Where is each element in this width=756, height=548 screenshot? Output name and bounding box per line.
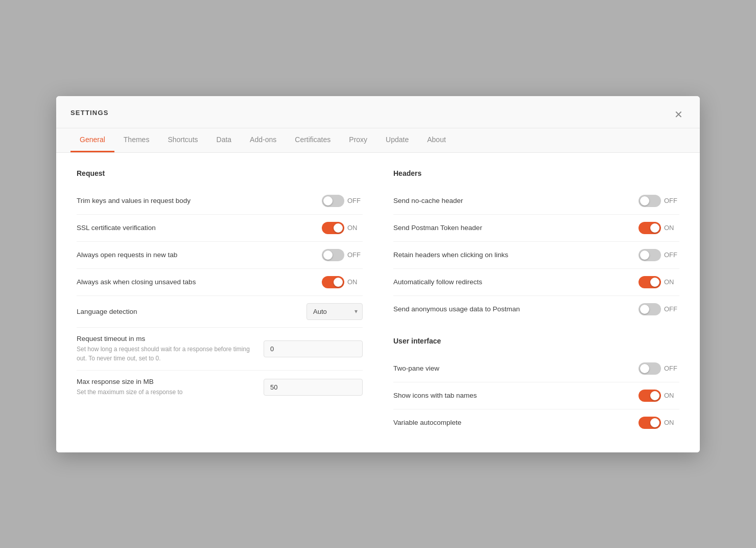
headers-toggle-2[interactable] xyxy=(639,249,661,261)
request-settings-list: Trim keys and values in request body OFF… xyxy=(77,188,363,404)
settings-grid: Request Trim keys and values in request … xyxy=(77,169,679,436)
headers-label-1: Send Postman Token header xyxy=(393,224,630,232)
ui-settings-list: Two-pane view OFF Show icons with tab na… xyxy=(393,355,679,436)
request-label-0: Trim keys and values in request body xyxy=(77,197,314,204)
request-input-6[interactable] xyxy=(264,379,363,396)
request-section-title: Request xyxy=(77,169,363,177)
ui-toggle-label-0: OFF xyxy=(664,364,679,372)
tab-about[interactable]: About xyxy=(418,128,455,152)
ui-toggle-0[interactable] xyxy=(639,362,661,375)
headers-section-title: Headers xyxy=(393,169,679,177)
request-sublabel-5: Set how long a request should wait for a… xyxy=(77,345,255,363)
headers-toggle-label-2: OFF xyxy=(664,251,679,259)
headers-settings-list: Send no-cache header OFF Send Postman To… xyxy=(393,188,679,323)
tabs-nav: GeneralThemesShortcutsDataAdd-onsCertifi… xyxy=(56,128,700,153)
request-toggle-label-1: ON xyxy=(347,224,363,232)
request-label-1: SSL certificate verification xyxy=(77,224,314,232)
close-icon: ✕ xyxy=(674,108,683,121)
headers-toggle-label-1: ON xyxy=(664,224,679,232)
request-row-1: SSL certificate verification ON xyxy=(77,215,363,242)
request-toggle-2[interactable] xyxy=(322,249,344,261)
tab-certificates[interactable]: Certificates xyxy=(286,128,340,152)
request-sublabel-6: Set the maximum size of a response to xyxy=(77,387,255,397)
headers-row-2: Retain headers when clicking on links OF… xyxy=(393,242,679,269)
tab-shortcuts[interactable]: Shortcuts xyxy=(158,128,207,152)
modal-title: SETTINGS xyxy=(70,109,109,126)
right-column: Headers Send no-cache header OFF Send Po… xyxy=(393,169,679,436)
request-toggle-label-2: OFF xyxy=(347,251,363,259)
headers-toggle-label-4: OFF xyxy=(664,305,679,313)
headers-label-4: Send anonymous usage data to Postman xyxy=(393,305,630,313)
request-row-2: Always open requests in new tab OFF xyxy=(77,242,363,269)
headers-toggle-1[interactable] xyxy=(639,222,661,234)
headers-toggle-3[interactable] xyxy=(639,276,661,288)
ui-toggle-1[interactable] xyxy=(639,390,661,402)
tab-update[interactable]: Update xyxy=(376,128,418,152)
request-column: Request Trim keys and values in request … xyxy=(77,169,363,436)
request-select-wrapper-4: AutoEnglishFrenchGerman ▾ xyxy=(306,303,363,320)
request-toggle-3[interactable] xyxy=(322,276,344,288)
request-row-5: Request timeout in ms Set how long a req… xyxy=(77,328,363,371)
request-label-3: Always ask when closing unsaved tabs xyxy=(77,278,314,286)
headers-row-0: Send no-cache header OFF xyxy=(393,188,679,215)
request-label-2: Always open requests in new tab xyxy=(77,251,314,259)
ui-label-2: Variable autocomplete xyxy=(393,419,630,426)
ui-label-1: Show icons with tab names xyxy=(393,392,630,399)
headers-row-1: Send Postman Token header ON xyxy=(393,215,679,242)
ui-row-0: Two-pane view OFF xyxy=(393,355,679,382)
tab-data[interactable]: Data xyxy=(207,128,241,152)
ui-toggle-2[interactable] xyxy=(639,417,661,429)
modal-body: Request Trim keys and values in request … xyxy=(56,153,700,452)
request-toggle-label-3: ON xyxy=(347,278,363,286)
headers-row-4: Send anonymous usage data to Postman OFF xyxy=(393,296,679,323)
request-input-5[interactable] xyxy=(264,340,363,357)
ui-toggle-label-2: ON xyxy=(664,419,679,426)
request-row-6: Max response size in MB Set the maximum … xyxy=(77,371,363,404)
headers-toggle-label-3: ON xyxy=(664,278,679,286)
headers-row-3: Automatically follow redirects ON xyxy=(393,269,679,296)
ui-label-0: Two-pane view xyxy=(393,364,630,372)
request-row-3: Always ask when closing unsaved tabs ON xyxy=(77,269,363,296)
request-label-4: Language detection xyxy=(77,308,298,315)
request-toggle-1[interactable] xyxy=(322,222,344,234)
tab-general[interactable]: General xyxy=(70,128,114,152)
request-row-0: Trim keys and values in request body OFF xyxy=(77,188,363,215)
tab-themes[interactable]: Themes xyxy=(114,128,159,152)
tab-proxy[interactable]: Proxy xyxy=(340,128,376,152)
request-label-6: Max response size in MB Set the maximum … xyxy=(77,378,255,397)
request-toggle-0[interactable] xyxy=(322,195,344,207)
headers-toggle-4[interactable] xyxy=(639,303,661,315)
request-row-4: Language detection AutoEnglishFrenchGerm… xyxy=(77,296,363,328)
headers-toggle-label-0: OFF xyxy=(664,197,679,204)
tab-addons[interactable]: Add-ons xyxy=(241,128,286,152)
headers-label-2: Retain headers when clicking on links xyxy=(393,251,630,259)
ui-row-1: Show icons with tab names ON xyxy=(393,382,679,409)
close-button[interactable]: ✕ xyxy=(671,107,686,122)
ui-toggle-label-1: ON xyxy=(664,392,679,399)
request-label-5: Request timeout in ms Set how long a req… xyxy=(77,335,255,363)
request-select-4[interactable]: AutoEnglishFrenchGerman xyxy=(306,303,363,320)
headers-label-0: Send no-cache header xyxy=(393,197,630,204)
request-toggle-label-0: OFF xyxy=(347,197,363,204)
settings-modal: SETTINGS ✕ GeneralThemesShortcutsDataAdd… xyxy=(56,96,700,452)
modal-header: SETTINGS ✕ xyxy=(56,96,700,128)
headers-toggle-0[interactable] xyxy=(639,195,661,207)
ui-row-2: Variable autocomplete ON xyxy=(393,409,679,436)
headers-label-3: Automatically follow redirects xyxy=(393,278,630,286)
ui-section-title: User interface xyxy=(393,337,679,345)
